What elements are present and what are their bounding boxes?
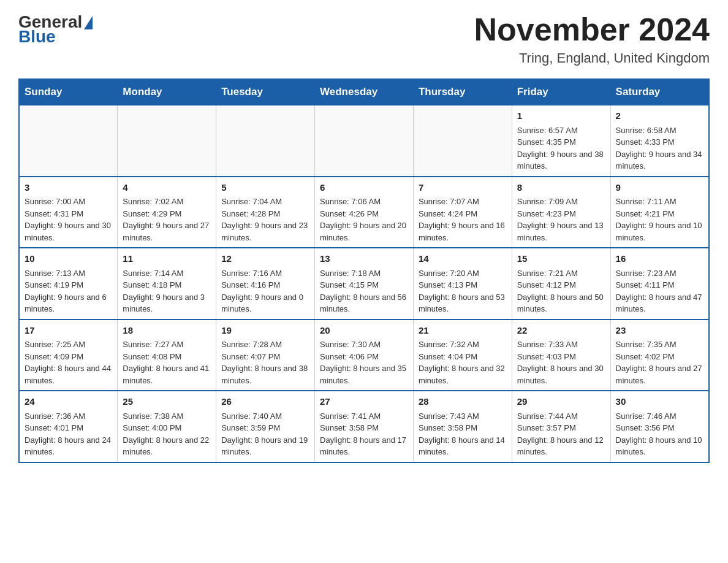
calendar-cell: 22Sunrise: 7:33 AMSunset: 4:03 PMDayligh… — [512, 320, 610, 391]
calendar-week-row: 17Sunrise: 7:25 AMSunset: 4:09 PMDayligh… — [19, 320, 709, 391]
day-info: Sunset: 4:03 PM — [517, 351, 605, 363]
day-number: 25 — [123, 395, 211, 409]
day-info: Sunset: 3:58 PM — [419, 422, 507, 434]
calendar-cell: 11Sunrise: 7:14 AMSunset: 4:18 PMDayligh… — [118, 248, 216, 320]
day-info: Daylight: 9 hours and 6 minutes. — [25, 291, 112, 315]
day-info: Daylight: 8 hours and 27 minutes. — [616, 362, 703, 386]
day-info: Daylight: 9 hours and 10 minutes. — [616, 220, 703, 243]
day-info: Sunset: 4:24 PM — [419, 208, 507, 220]
day-info: Sunset: 4:02 PM — [616, 351, 703, 363]
day-info: Sunset: 4:28 PM — [221, 208, 309, 220]
day-info: Daylight: 9 hours and 30 minutes. — [25, 220, 112, 243]
day-info: Sunset: 4:12 PM — [517, 279, 605, 291]
day-info: Sunset: 3:59 PM — [221, 422, 309, 434]
day-number: 17 — [25, 324, 112, 338]
day-info: Sunset: 4:35 PM — [517, 136, 605, 148]
day-number: 19 — [221, 324, 309, 338]
calendar-cell: 28Sunrise: 7:43 AMSunset: 3:58 PMDayligh… — [413, 391, 512, 462]
page-header: General Blue November 2024 Tring, Englan… — [18, 12, 710, 66]
calendar-cell: 30Sunrise: 7:46 AMSunset: 3:56 PMDayligh… — [610, 391, 709, 462]
day-number: 30 — [616, 395, 703, 409]
day-info: Sunrise: 7:16 AM — [221, 267, 309, 280]
weekday-header-monday: Monday — [118, 79, 216, 105]
day-info: Sunset: 4:13 PM — [419, 279, 507, 291]
day-info: Sunset: 4:08 PM — [123, 351, 211, 363]
day-info: Daylight: 8 hours and 41 minutes. — [123, 362, 211, 386]
calendar-cell: 9Sunrise: 7:11 AMSunset: 4:21 PMDaylight… — [610, 177, 709, 248]
day-info: Sunrise: 7:30 AM — [320, 339, 408, 351]
day-info: Daylight: 8 hours and 56 minutes. — [320, 291, 408, 315]
calendar-cell: 4Sunrise: 7:02 AMSunset: 4:29 PMDaylight… — [118, 177, 216, 248]
day-info: Daylight: 9 hours and 20 minutes. — [320, 220, 408, 243]
day-info: Sunrise: 7:14 AM — [123, 267, 211, 280]
location-text: Tring, England, United Kingdom — [474, 50, 710, 66]
day-number: 24 — [25, 395, 112, 409]
day-number: 9 — [616, 181, 703, 195]
day-number: 22 — [517, 324, 605, 338]
day-info: Sunset: 4:19 PM — [25, 279, 112, 291]
calendar-cell: 7Sunrise: 7:07 AMSunset: 4:24 PMDaylight… — [413, 177, 512, 248]
day-info: Daylight: 8 hours and 17 minutes. — [320, 434, 408, 458]
day-number: 13 — [320, 252, 408, 266]
calendar-week-row: 1Sunrise: 6:57 AMSunset: 4:35 PMDaylight… — [19, 105, 709, 177]
calendar-cell: 16Sunrise: 7:23 AMSunset: 4:11 PMDayligh… — [610, 248, 709, 320]
day-info: Sunset: 4:06 PM — [320, 351, 408, 363]
day-info: Daylight: 8 hours and 10 minutes. — [616, 434, 703, 458]
calendar-cell — [315, 105, 414, 177]
day-info: Sunset: 4:33 PM — [616, 136, 703, 148]
day-info: Daylight: 8 hours and 32 minutes. — [419, 362, 507, 386]
day-info: Sunrise: 7:33 AM — [517, 339, 605, 351]
calendar-cell: 17Sunrise: 7:25 AMSunset: 4:09 PMDayligh… — [19, 320, 118, 391]
calendar-cell: 13Sunrise: 7:18 AMSunset: 4:15 PMDayligh… — [315, 248, 414, 320]
weekday-header-row: SundayMondayTuesdayWednesdayThursdayFrid… — [19, 79, 709, 105]
day-info: Sunset: 4:07 PM — [221, 351, 309, 363]
day-info: Daylight: 9 hours and 23 minutes. — [221, 220, 309, 243]
day-info: Daylight: 8 hours and 53 minutes. — [419, 291, 507, 315]
day-number: 29 — [517, 395, 605, 409]
day-info: Sunrise: 7:21 AM — [517, 267, 605, 280]
day-number: 5 — [221, 181, 309, 195]
weekday-header-tuesday: Tuesday — [216, 79, 315, 105]
day-info: Sunset: 3:56 PM — [616, 422, 703, 434]
day-info: Sunset: 4:26 PM — [320, 208, 408, 220]
day-info: Daylight: 9 hours and 34 minutes. — [616, 148, 703, 172]
day-number: 12 — [221, 252, 309, 266]
day-number: 23 — [616, 324, 703, 338]
day-number: 3 — [25, 181, 112, 195]
day-number: 26 — [221, 395, 309, 409]
day-info: Sunset: 4:04 PM — [419, 351, 507, 363]
calendar-cell: 26Sunrise: 7:40 AMSunset: 3:59 PMDayligh… — [216, 391, 315, 462]
day-number: 4 — [123, 181, 211, 195]
day-info: Daylight: 8 hours and 24 minutes. — [25, 434, 112, 458]
calendar-cell: 8Sunrise: 7:09 AMSunset: 4:23 PMDaylight… — [512, 177, 610, 248]
calendar-cell: 20Sunrise: 7:30 AMSunset: 4:06 PMDayligh… — [315, 320, 414, 391]
day-info: Daylight: 8 hours and 12 minutes. — [517, 434, 605, 458]
logo-blue-text: Blue — [18, 27, 56, 47]
weekday-header-sunday: Sunday — [19, 79, 118, 105]
day-number: 18 — [123, 324, 211, 338]
day-info: Sunrise: 7:35 AM — [616, 339, 703, 351]
day-info: Sunset: 3:58 PM — [320, 422, 408, 434]
day-number: 6 — [320, 181, 408, 195]
day-info: Sunrise: 7:20 AM — [419, 267, 507, 280]
day-info: Sunrise: 7:04 AM — [221, 196, 309, 208]
day-info: Sunrise: 7:36 AM — [25, 410, 112, 423]
day-info: Daylight: 9 hours and 38 minutes. — [517, 148, 605, 172]
day-info: Sunrise: 7:18 AM — [320, 267, 408, 280]
day-info: Daylight: 8 hours and 35 minutes. — [320, 362, 408, 386]
day-number: 11 — [123, 252, 211, 266]
day-number: 20 — [320, 324, 408, 338]
day-info: Sunrise: 7:07 AM — [419, 196, 507, 208]
calendar-cell: 18Sunrise: 7:27 AMSunset: 4:08 PMDayligh… — [118, 320, 216, 391]
day-info: Sunrise: 7:09 AM — [517, 196, 605, 208]
calendar-cell: 3Sunrise: 7:00 AMSunset: 4:31 PMDaylight… — [19, 177, 118, 248]
day-info: Sunset: 4:09 PM — [25, 351, 112, 363]
calendar-week-row: 24Sunrise: 7:36 AMSunset: 4:01 PMDayligh… — [19, 391, 709, 462]
day-info: Sunset: 4:29 PM — [123, 208, 211, 220]
day-info: Sunrise: 6:58 AM — [616, 124, 703, 137]
day-info: Sunrise: 7:02 AM — [123, 196, 211, 208]
calendar-cell: 21Sunrise: 7:32 AMSunset: 4:04 PMDayligh… — [413, 320, 512, 391]
day-info: Daylight: 8 hours and 44 minutes. — [25, 362, 112, 386]
day-info: Sunrise: 7:00 AM — [25, 196, 112, 208]
day-info: Daylight: 9 hours and 27 minutes. — [123, 220, 211, 243]
